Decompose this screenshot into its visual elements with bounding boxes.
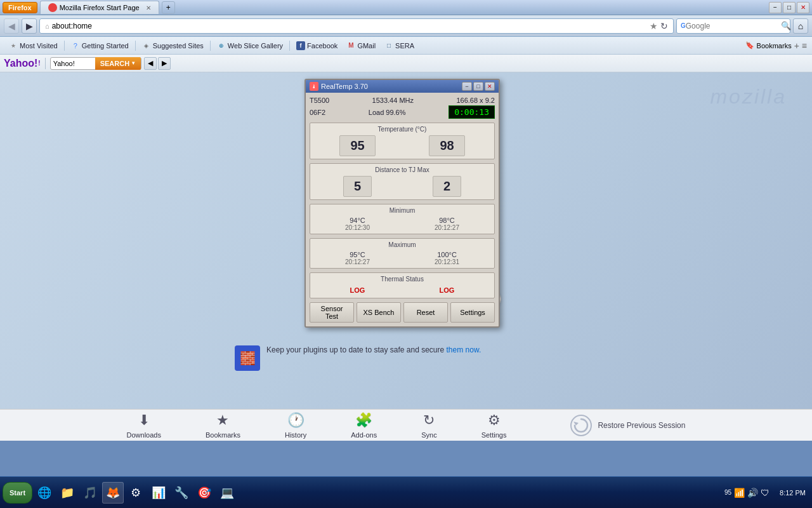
taskbar-app8-img: 🎯 <box>197 486 211 500</box>
bookmarks-right-controls[interactable]: 🔖 Bookmarks + ≡ <box>745 41 807 51</box>
active-tab[interactable]: Mozilla Firefox Start Page ✕ <box>40 1 159 14</box>
tray-temp: 95 <box>724 489 731 496</box>
add-bookmark-button[interactable]: + <box>794 41 799 51</box>
realtemp-bottom-buttons: Sensor Test XS Bench Reset Settings <box>310 302 495 323</box>
home-button[interactable]: ⌂ <box>793 18 808 34</box>
taskbar-app6-img: 📊 <box>152 486 166 500</box>
close-tab-button[interactable]: ✕ <box>146 4 151 11</box>
taskbar-app8-icon[interactable]: 🎯 <box>193 482 215 504</box>
xs-bench-button[interactable]: XS Bench <box>357 302 401 323</box>
taskbar-folder-icon[interactable]: 📁 <box>56 482 78 504</box>
yahoo-search-bar[interactable]: SEARCH ▼ <box>50 57 141 70</box>
bookmark-separator-4 <box>289 41 290 51</box>
cpu-freq: 1533.44 MHz <box>372 97 414 104</box>
tray-volume-icon: 🔊 <box>747 488 758 498</box>
yahoo-logo[interactable]: Yahoo! ! <box>4 58 41 69</box>
suggested-sites-favicon: ◈ <box>142 41 151 50</box>
qa-settings[interactable]: ⚙ Settings <box>481 412 507 439</box>
settings-button[interactable]: Settings <box>450 302 495 323</box>
bookmarks-label[interactable]: Bookmarks <box>757 42 792 50</box>
restore-button[interactable]: □ <box>783 2 796 13</box>
realtemp-close[interactable]: ✕ <box>485 82 495 91</box>
search-input[interactable] <box>686 22 781 30</box>
mozilla-watermark: mozilla <box>710 85 787 109</box>
bookmark-facebook[interactable]: f Facebook <box>292 40 341 51</box>
realtemp-minimize[interactable]: − <box>462 82 472 91</box>
address-bar[interactable]: ⌂ ★ ↻ <box>39 18 674 34</box>
taskbar-media-icon[interactable]: 🎵 <box>79 482 101 504</box>
bookmark-suggested-sites[interactable]: ◈ Suggested Sites <box>138 40 207 51</box>
realtemp-window[interactable]: 🌡 RealTemp 3.70 − □ ✕ T5500 1533.44 MHz … <box>304 79 500 328</box>
restore-session-button[interactable]: Restore Previous Session <box>570 414 685 437</box>
forward-button[interactable]: ▶ <box>22 18 37 34</box>
bookmark-gmail[interactable]: M GMail <box>343 40 379 51</box>
plugin-icon: 🧱 <box>235 345 260 371</box>
refresh-button[interactable]: ↻ <box>660 21 668 31</box>
qa-sync[interactable]: ↻ Sync <box>421 412 436 439</box>
yahoo-search-input[interactable] <box>51 60 95 67</box>
qa-addons-label: Add-ons <box>351 431 377 439</box>
bookmarks-menu-button[interactable]: ≡ <box>802 41 807 51</box>
qa-history[interactable]: 🕐 History <box>285 412 306 439</box>
bookmark-getting-started-label: Getting Started <box>82 42 129 50</box>
new-tab-button[interactable]: + <box>162 1 175 14</box>
realtemp-titlebar: 🌡 RealTemp 3.70 − □ ✕ <box>306 80 499 93</box>
gmail-favicon: M <box>346 41 355 50</box>
taskbar-app7-icon[interactable]: 🔧 <box>171 482 192 504</box>
reset-button[interactable]: Reset <box>403 302 448 323</box>
bookmarks-bar: ★ Most Visited ? Getting Started ◈ Sugge… <box>0 37 812 55</box>
bookmark-sera[interactable]: □ SERA <box>381 40 418 51</box>
taskbar-settings-icon[interactable]: ⚙ <box>125 482 147 504</box>
window-controls: − □ ✕ <box>769 2 809 13</box>
sensor-test-button[interactable]: Sensor Test <box>310 302 354 323</box>
search-icon[interactable]: 🔍 <box>781 21 791 30</box>
bookmark-facebook-label: Facebook <box>307 42 337 50</box>
start-button[interactable]: Start <box>3 482 32 504</box>
thermal-values: LOG LOG <box>313 285 492 295</box>
system-clock[interactable]: 8:12 PM <box>780 489 809 497</box>
max-core2-val: 100°C <box>435 251 459 258</box>
google-favicon: G <box>681 21 686 31</box>
browser-content-area: mozilla Google 🧱 Keep your plugins up to… <box>0 72 812 409</box>
taskbar-firefox-icon[interactable]: 🦊 <box>102 482 124 504</box>
qa-downloads[interactable]: ⬇ Downloads <box>127 412 161 439</box>
thermal-log1-button[interactable]: LOG <box>344 285 372 295</box>
qa-bookmarks-label: Bookmarks <box>206 431 240 439</box>
bookmark-web-slice[interactable]: ⊕ Web Slice Gallery <box>213 40 287 51</box>
address-input[interactable] <box>52 22 647 30</box>
cpu-hex: 06F2 <box>310 109 325 116</box>
taskbar-app6-icon[interactable]: 📊 <box>148 482 169 504</box>
qa-addons[interactable]: 🧩 Add-ons <box>351 412 377 439</box>
yahoo-search-button[interactable]: SEARCH ▼ <box>95 57 141 70</box>
restore-session-label: Restore Previous Session <box>598 421 685 430</box>
sync-icon: ↻ <box>423 412 435 429</box>
title-bar: Firefox Mozilla Firefox Start Page ✕ + −… <box>0 0 812 15</box>
yahoo-back-button[interactable]: ◀ <box>144 57 157 70</box>
realtemp-restore[interactable]: □ <box>473 82 483 91</box>
clock-time: 8:12 PM <box>780 489 806 497</box>
plugin-notice: 🧱 Keep your plugins up to date to stay s… <box>235 345 481 371</box>
tab-bar: Mozilla Firefox Start Page ✕ + <box>40 1 769 14</box>
search-bar[interactable]: G 🔍 <box>676 18 790 34</box>
close-button[interactable]: ✕ <box>797 2 809 13</box>
minimize-button[interactable]: − <box>769 2 782 13</box>
qa-bookmarks[interactable]: ★ Bookmarks <box>206 412 240 439</box>
yahoo-search-arrow: ▼ <box>131 60 136 66</box>
min-core1-val: 94°C <box>345 217 370 224</box>
max-core1: 95°C 20:12:27 <box>345 251 370 265</box>
taskbar-ie-icon[interactable]: 🌐 <box>34 482 55 504</box>
thermal-section: Thermal Status LOG LOG <box>310 272 495 298</box>
firefox-menu-button[interactable]: Firefox <box>3 2 37 13</box>
plugin-link[interactable]: them now. <box>447 345 481 354</box>
firefox-taskbar-icon: 🦊 <box>106 486 120 500</box>
yahoo-logo-text: Yahoo! <box>4 58 37 69</box>
maximum-section: Maximum 95°C 20:12:27 100°C 20:12:31 <box>310 238 495 269</box>
back-button[interactable]: ◀ <box>4 18 19 34</box>
yahoo-forward-button[interactable]: ▶ <box>158 57 171 70</box>
taskbar-app9-icon[interactable]: 💻 <box>216 482 238 504</box>
bookmark-star[interactable]: ★ <box>650 21 658 31</box>
bookmark-separator-2 <box>135 41 136 51</box>
bookmark-most-visited[interactable]: ★ Most Visited <box>5 40 62 51</box>
bookmark-getting-started[interactable]: ? Getting Started <box>67 40 133 51</box>
thermal-log2-button[interactable]: LOG <box>433 285 461 295</box>
